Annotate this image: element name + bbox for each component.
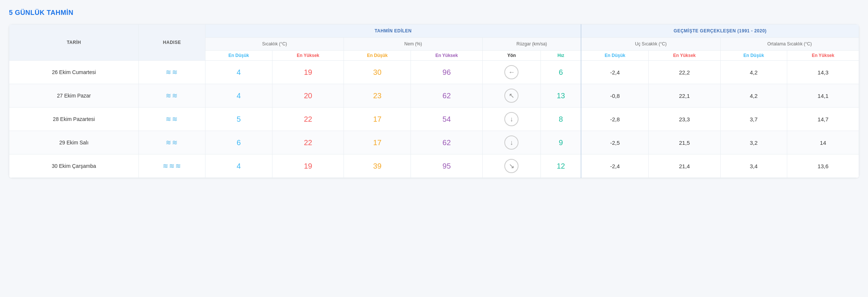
uc-min: -2,4: [581, 154, 648, 178]
sicaklik-min: 4: [205, 61, 272, 84]
yon: ↖: [482, 84, 541, 108]
date-cell: 27 Ekim Pazar: [9, 84, 139, 108]
sicaklik-min: 5: [205, 108, 272, 131]
uc-min-label: En Düşük: [581, 51, 648, 61]
uc-max: 21,4: [648, 154, 720, 178]
nem-max: 54: [411, 108, 483, 131]
nem-min: 17: [344, 131, 411, 154]
hadise-cell: ≋≋: [139, 131, 205, 154]
nem-max: 62: [411, 131, 483, 154]
wind-arrow-icon: ↘: [504, 159, 518, 173]
hiz-label: Hız: [541, 51, 581, 61]
yon: ↓: [482, 108, 541, 131]
yon: ↘: [482, 154, 541, 178]
forecast-table-wrapper: TARİH Hadise TAHMİN EDİLEN GEÇMİŞTE GERÇ…: [9, 24, 859, 178]
nem-max: 62: [411, 84, 483, 108]
tarih-header: TARİH: [9, 25, 139, 61]
sicaklik-max: 22: [272, 108, 344, 131]
hiz: 13: [541, 84, 581, 108]
yon: ↓: [482, 131, 541, 154]
uc-min: -0,8: [581, 84, 648, 108]
uc-max: 22,1: [648, 84, 720, 108]
ort-min: 3,2: [720, 131, 787, 154]
nem-min: 23: [344, 84, 411, 108]
ort-min: 3,4: [720, 154, 787, 178]
hadise-cell: ≋≋: [139, 61, 205, 84]
hiz: 8: [541, 108, 581, 131]
sicaklik-min: 6: [205, 131, 272, 154]
sicaklik-min-label: En Düşük: [205, 51, 272, 61]
ort-max: 14,1: [787, 84, 859, 108]
date-cell: 26 Ekim Cumartesi: [9, 61, 139, 84]
ort-sicaklik-header: Ortalama Sıcaklık (°C): [720, 38, 859, 51]
wind-arrow-icon: ↓: [504, 135, 518, 150]
nem-max: 96: [411, 61, 483, 84]
sicaklik-max: 19: [272, 61, 344, 84]
hadise-cell: ≋≋: [139, 84, 205, 108]
hiz: 9: [541, 131, 581, 154]
date-cell: 28 Ekim Pazartesi: [9, 108, 139, 131]
ort-min-label: En Düşük: [720, 51, 787, 61]
yon: ←: [482, 61, 541, 84]
uc-min: -2,8: [581, 108, 648, 131]
sicaklik-max-label: En Yüksek: [272, 51, 344, 61]
ort-min: 4,2: [720, 61, 787, 84]
page-title: 5 GÜNLÜK TAHMİN: [9, 9, 859, 17]
nem-min: 17: [344, 108, 411, 131]
ort-max: 14,3: [787, 61, 859, 84]
ort-min: 3,7: [720, 108, 787, 131]
hadise-header: Hadise: [139, 25, 205, 61]
nem-min: 30: [344, 61, 411, 84]
nem-min-label: En Düşük: [344, 51, 411, 61]
uc-max: 22,2: [648, 61, 720, 84]
hiz: 6: [541, 61, 581, 84]
uc-sicaklik-header: Uç Sıcaklık (°C): [581, 38, 720, 51]
ort-max: 13,6: [787, 154, 859, 178]
uc-min: -2,4: [581, 61, 648, 84]
nem-min: 39: [344, 154, 411, 178]
forecast-table: TARİH Hadise TAHMİN EDİLEN GEÇMİŞTE GERÇ…: [9, 24, 859, 178]
date-cell: 29 Ekim Salı: [9, 131, 139, 154]
ort-min: 4,2: [720, 84, 787, 108]
hadise-cell: ≋≋: [139, 108, 205, 131]
sicaklik-max: 19: [272, 154, 344, 178]
nem-header: Nem (%): [344, 38, 482, 51]
uc-max: 21,5: [648, 131, 720, 154]
sicaklik-max: 22: [272, 131, 344, 154]
uc-max-label: En Yüksek: [648, 51, 720, 61]
gecmis-header: GEÇMİŞTE GERÇEKLEŞEN (1991 - 2020): [581, 25, 859, 38]
nem-max-label: En Yüksek: [411, 51, 483, 61]
ort-max: 14: [787, 131, 859, 154]
hadise-cell: ≋≋≋: [139, 154, 205, 178]
ort-max-label: En Yüksek: [787, 51, 859, 61]
wind-arrow-icon: ←: [504, 65, 518, 79]
uc-max: 23,3: [648, 108, 720, 131]
sicaklik-max: 20: [272, 84, 344, 108]
yon-label: Yön: [482, 51, 541, 61]
sicaklik-header: Sıcaklık (°C): [205, 38, 344, 51]
wind-arrow-icon: ↖: [504, 89, 518, 103]
sicaklik-min: 4: [205, 154, 272, 178]
ruzgar-header: Rüzgar (km/sa): [482, 38, 581, 51]
date-cell: 30 Ekim Çarşamba: [9, 154, 139, 178]
nem-max: 95: [411, 154, 483, 178]
wind-arrow-icon: ↓: [504, 112, 518, 126]
uc-min: -2,5: [581, 131, 648, 154]
sicaklik-min: 4: [205, 84, 272, 108]
ort-max: 14,7: [787, 108, 859, 131]
tahmin-edilen-header: TAHMİN EDİLEN: [205, 25, 581, 38]
hiz: 12: [541, 154, 581, 178]
